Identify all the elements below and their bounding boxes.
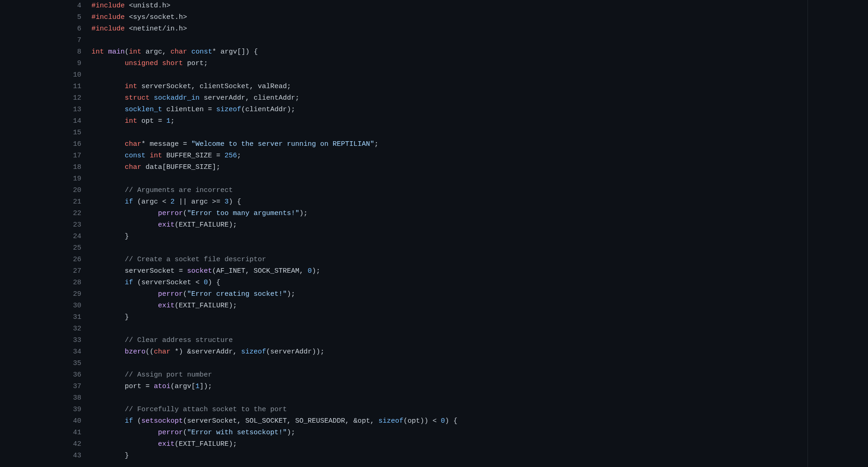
code-line[interactable]: // Arguments are incorrect bbox=[91, 185, 868, 196]
code-line[interactable]: char data[BUFFER_SIZE]; bbox=[91, 162, 868, 173]
code-line[interactable]: struct sockaddr_in serverAddr, clientAdd… bbox=[91, 92, 868, 104]
line-number: 18 bbox=[0, 162, 81, 173]
code-line[interactable] bbox=[91, 35, 868, 46]
code-line[interactable] bbox=[91, 69, 868, 81]
line-number: 40 bbox=[0, 415, 81, 427]
line-number: 42 bbox=[0, 438, 81, 450]
code-line[interactable]: } bbox=[91, 231, 868, 242]
line-number: 16 bbox=[0, 138, 81, 150]
code-line[interactable] bbox=[91, 323, 868, 335]
line-number: 17 bbox=[0, 150, 81, 162]
line-number: 37 bbox=[0, 381, 81, 392]
line-number: 30 bbox=[0, 300, 81, 311]
code-line[interactable]: } bbox=[91, 450, 868, 461]
code-area[interactable]: #include <unistd.h>#include <sys/socket.… bbox=[91, 0, 868, 467]
line-number: 39 bbox=[0, 404, 81, 415]
code-line[interactable]: #include <netinet/in.h> bbox=[91, 23, 868, 35]
line-number: 34 bbox=[0, 346, 81, 358]
code-line[interactable]: int main(int argc, char const* argv[]) { bbox=[91, 46, 868, 58]
code-line[interactable]: socklen_t clientLen = sizeof(clientAddr)… bbox=[91, 104, 868, 115]
line-number: 6 bbox=[0, 23, 81, 35]
code-line[interactable]: char* message = "Welcome to the server r… bbox=[91, 138, 868, 150]
code-line[interactable]: serverSocket = socket(AF_INET, SOCK_STRE… bbox=[91, 265, 868, 277]
code-line[interactable]: #include <unistd.h> bbox=[91, 0, 868, 12]
code-line[interactable]: unsigned short port; bbox=[91, 58, 868, 69]
code-line[interactable]: // Create a socket file descriptor bbox=[91, 254, 868, 265]
line-number: 38 bbox=[0, 392, 81, 404]
line-number: 25 bbox=[0, 242, 81, 254]
line-number: 11 bbox=[0, 81, 81, 92]
line-number: 5 bbox=[0, 12, 81, 23]
line-number: 29 bbox=[0, 288, 81, 300]
line-number: 27 bbox=[0, 265, 81, 277]
line-number: 35 bbox=[0, 358, 81, 369]
line-number: 15 bbox=[0, 127, 81, 138]
code-line[interactable]: // Forcefully attach socket to the port bbox=[91, 404, 868, 415]
line-number: 31 bbox=[0, 311, 81, 323]
line-number: 26 bbox=[0, 254, 81, 265]
line-number: 20 bbox=[0, 185, 81, 196]
line-number: 19 bbox=[0, 173, 81, 185]
line-number: 23 bbox=[0, 219, 81, 231]
code-line[interactable] bbox=[91, 173, 868, 185]
code-line[interactable]: perror("Error too many arguments!"); bbox=[91, 208, 868, 219]
line-number: 32 bbox=[0, 323, 81, 335]
line-number: 9 bbox=[0, 58, 81, 69]
line-number: 43 bbox=[0, 450, 81, 461]
code-line[interactable] bbox=[91, 127, 868, 138]
line-number: 21 bbox=[0, 196, 81, 208]
line-number: 4 bbox=[0, 0, 81, 12]
line-number: 13 bbox=[0, 104, 81, 115]
code-line[interactable]: if (setsockopt(serverSocket, SOL_SOCKET,… bbox=[91, 415, 868, 427]
code-line[interactable] bbox=[91, 392, 868, 404]
code-line[interactable]: #include <sys/socket.h> bbox=[91, 12, 868, 23]
code-line[interactable] bbox=[91, 242, 868, 254]
code-line[interactable]: const int BUFFER_SIZE = 256; bbox=[91, 150, 868, 162]
code-line[interactable]: // Clear address structure bbox=[91, 335, 868, 346]
code-line[interactable]: // Assign port number bbox=[91, 369, 868, 381]
code-line[interactable]: int serverSocket, clientSocket, valRead; bbox=[91, 81, 868, 92]
line-number: 7 bbox=[0, 35, 81, 46]
line-number: 28 bbox=[0, 277, 81, 288]
line-number: 8 bbox=[0, 46, 81, 58]
code-line[interactable]: bzero((char *) &serverAddr, sizeof(serve… bbox=[91, 346, 868, 358]
line-number: 10 bbox=[0, 69, 81, 81]
line-number: 41 bbox=[0, 427, 81, 438]
code-line[interactable]: int opt = 1; bbox=[91, 115, 868, 127]
line-number: 14 bbox=[0, 115, 81, 127]
line-number: 22 bbox=[0, 208, 81, 219]
code-line[interactable]: exit(EXIT_FAILURE); bbox=[91, 300, 868, 311]
code-line[interactable]: if (argc < 2 || argc >= 3) { bbox=[91, 196, 868, 208]
code-line[interactable]: exit(EXIT_FAILURE); bbox=[91, 438, 868, 450]
code-line[interactable]: if (serverSocket < 0) { bbox=[91, 277, 868, 288]
line-number: 12 bbox=[0, 92, 81, 104]
code-line[interactable]: port = atoi(argv[1]); bbox=[91, 381, 868, 392]
line-number: 33 bbox=[0, 335, 81, 346]
code-line[interactable]: perror("Error creating socket!"); bbox=[91, 288, 868, 300]
code-editor[interactable]: 4567891011121314151617181920212223242526… bbox=[0, 0, 868, 467]
code-line[interactable]: } bbox=[91, 311, 868, 323]
code-line[interactable] bbox=[91, 358, 868, 369]
line-number: 24 bbox=[0, 231, 81, 242]
line-number: 36 bbox=[0, 369, 81, 381]
editor-ruler bbox=[807, 0, 808, 467]
code-line[interactable]: exit(EXIT_FAILURE); bbox=[91, 219, 868, 231]
line-number-gutter: 4567891011121314151617181920212223242526… bbox=[0, 0, 91, 467]
code-line[interactable]: perror("Error with setsockopt!"); bbox=[91, 427, 868, 438]
